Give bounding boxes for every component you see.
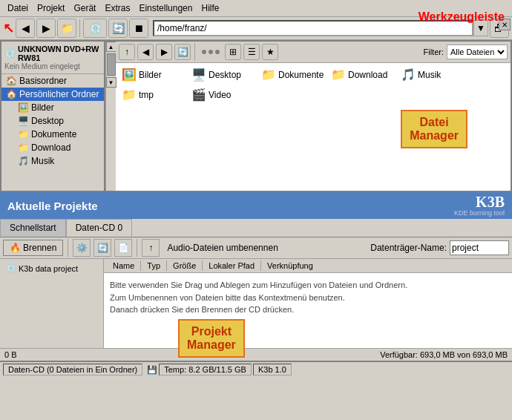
toolbar-arrow: ↖ — [3, 20, 14, 36]
k3b-logo-area: K3B KDE burning tool — [454, 194, 505, 217]
file-desktop[interactable]: 🖥️ Desktop — [188, 66, 255, 83]
menu-projekt[interactable]: Projekt — [33, 1, 69, 15]
projekt-manager-annotation: ProjektManager — [178, 319, 245, 358]
col-verknuepfung[interactable]: Verknüpfung — [261, 260, 319, 271]
sidebar-dokumente[interactable]: 📁 Dokumente — [13, 128, 104, 141]
fp-forward-button[interactable]: ▶ — [156, 44, 172, 60]
fp-refresh-button[interactable]: 🔄 — [174, 44, 191, 60]
k3b-up-btn[interactable]: ↑ — [142, 239, 160, 257]
status-k3b: K3b 1.0 — [253, 364, 292, 375]
stop-button[interactable]: ⏹ — [129, 19, 148, 38]
sidebar-label-desktop: Desktop — [31, 116, 64, 126]
werkzeug-annotation: Werkzeugleiste — [419, 10, 505, 24]
file-dokumente-name: Dokumente — [278, 70, 324, 80]
burn-label: Brennen — [23, 243, 56, 253]
dot2 — [209, 50, 213, 54]
view-list-btn[interactable]: ☰ — [243, 44, 260, 60]
menu-einstellungen[interactable]: Einstellungen — [134, 1, 197, 15]
k3b-doc-btn[interactable]: 📄 — [114, 239, 132, 257]
filter-select[interactable]: Alle Dateien — [447, 45, 508, 59]
scroll-up[interactable]: ▲ — [106, 42, 116, 52]
k3b-settings-btn[interactable]: ⚙️ — [73, 239, 91, 257]
sidebar-desktop[interactable]: 🖥️ Desktop — [13, 114, 104, 128]
tab-schnellstart[interactable]: Schnellstart — [0, 219, 66, 237]
bookmark-btn[interactable]: ★ — [262, 44, 278, 60]
k3b-sidebar: 💿 K3b data project — [0, 259, 104, 348]
folder-button[interactable]: 📁 — [57, 19, 76, 38]
view-dots — [202, 50, 220, 54]
col-typ[interactable]: Typ — [141, 260, 167, 271]
k3b-rename-label: Audio-Dateien umbenennen — [163, 243, 367, 253]
refresh-button[interactable]: 🔄 — [108, 19, 128, 38]
sidebar-download[interactable]: 📁 Download — [13, 141, 104, 154]
cd-button[interactable]: 💿 — [83, 19, 107, 38]
k3b-header: Aktuelle Projekte K3B KDE burning tool — [0, 192, 512, 219]
burn-button[interactable]: 🔥 Brennen — [3, 240, 63, 256]
status-temp: Temp: 8.2 GB/11.5 GB — [159, 364, 252, 375]
menu-extras[interactable]: Extras — [100, 1, 134, 15]
col-groesse[interactable]: Größe — [167, 260, 203, 271]
sidebar-persoenlicher[interactable]: 🏠 Persönlicher Ordner — [1, 88, 104, 101]
file-tmp[interactable]: 📁 tmp — [119, 86, 186, 103]
k3b-logo: K3B — [454, 194, 505, 209]
sidebar-label-dokumente: Dokumente — [31, 129, 76, 140]
sidebar-sub-folders: 🖼️ Bilder 🖥️ Desktop 📁 Dokumente 📁 Downl… — [1, 101, 104, 168]
scroll-down[interactable]: ▼ — [106, 77, 116, 88]
k3b-dname-label: Datenträger-Name: — [370, 243, 447, 253]
file-musik[interactable]: 🎵 Musik — [398, 66, 465, 83]
sidebar-label-download: Download — [31, 142, 70, 153]
col-name[interactable]: Name — [107, 260, 141, 271]
fp-back-button[interactable]: ◀ — [137, 44, 154, 60]
file-bilder[interactable]: 🖼️ Bilder — [119, 66, 186, 83]
file-dokumente[interactable]: 📁 Dokumente — [258, 66, 325, 83]
k3b-dname-input[interactable] — [450, 240, 509, 255]
sidebar-label-bilder: Bilder — [31, 102, 54, 113]
k3b-refresh-btn[interactable]: 🔄 — [93, 239, 111, 257]
k3b-statusbar: 0 B Verfügbar: 693,0 MB von 693,0 MB — [0, 348, 512, 361]
file-desktop-name: Desktop — [209, 70, 241, 80]
file-download[interactable]: 📁 Download — [328, 66, 395, 83]
file-topbar: ↑ ◀ ▶ 🔄 ⊞ ☰ ★ Filter: Alle Dateien — [116, 42, 511, 63]
k3b-project-label: K3b data project — [19, 264, 78, 273]
view-icon-btn[interactable]: ⊞ — [225, 44, 241, 60]
k3b-data-project[interactable]: 💿 K3b data project — [3, 262, 100, 275]
menu-geraet[interactable]: Gerät — [69, 1, 100, 15]
file-dokumente-icon: 📁 — [261, 68, 276, 82]
back-button[interactable]: ◀ — [16, 19, 35, 38]
k3b-sep2 — [137, 239, 137, 257]
file-video-icon: 🎬 — [191, 88, 206, 102]
menu-datei[interactable]: Datei — [3, 1, 33, 15]
file-video[interactable]: 🎬 Video — [188, 86, 255, 103]
desktop-icon: 🖥️ — [18, 116, 29, 126]
home-icon: 🏠 — [6, 76, 17, 86]
k3b-project-icon: 💿 — [6, 263, 16, 273]
sidebar-scrollbar[interactable]: ▲ ▼ — [105, 42, 116, 191]
file-musik-name: Musik — [418, 70, 441, 80]
fm-sidebar: 💿 UNKNOWN DVD+RW RW81 Kein Medium eingel… — [1, 42, 105, 191]
k3b-status-right: Verfügbar: 693,0 MB von 693,0 MB — [380, 350, 508, 359]
sidebar-basisordner[interactable]: 🏠 Basisordner — [1, 74, 104, 88]
menu-hilfe[interactable]: Hilfe — [197, 1, 223, 15]
k3b-content: 💿 K3b data project Name Typ Größe Lokale… — [0, 259, 512, 348]
sidebar-musik[interactable]: 🎵 Musik — [13, 154, 104, 168]
datei-manager-annotation: DateiManager — [401, 110, 467, 148]
forward-button[interactable]: ▶ — [36, 19, 56, 38]
filter-label: Filter: — [424, 47, 444, 56]
sidebar-bilder[interactable]: 🖼️ Bilder — [13, 101, 104, 114]
filter-area: Filter: Alle Dateien — [424, 45, 508, 59]
file-download-icon: 📁 — [331, 68, 346, 82]
tab-daten-cd[interactable]: Daten-CD 0 — [66, 219, 132, 237]
file-tmp-icon: 📁 — [122, 88, 137, 102]
file-musik-icon: 🎵 — [401, 68, 416, 82]
scroll-thumb[interactable] — [107, 53, 116, 76]
fp-up-button[interactable]: ↑ — [119, 44, 135, 60]
k3b-empty-message: Bitte verwenden Sie Drag und Ablegen zum… — [104, 273, 512, 348]
file-bilder-icon: 🖼️ — [122, 68, 137, 82]
col-pfad[interactable]: Lokaler Pfad — [203, 260, 261, 271]
status-hdd-icon: 💾 — [147, 365, 157, 375]
device-item[interactable]: 💿 UNKNOWN DVD+RW RW81 Kein Medium eingel… — [1, 42, 104, 74]
file-desktop-icon: 🖥️ — [191, 68, 206, 82]
k3b-empty-text: Bitte verwenden Sie Drag und Ablegen zum… — [110, 280, 407, 314]
sidebar-label-persoenlicher: Persönlicher Ordner — [19, 89, 99, 99]
k3b-logo-sub: KDE burning tool — [454, 209, 505, 217]
